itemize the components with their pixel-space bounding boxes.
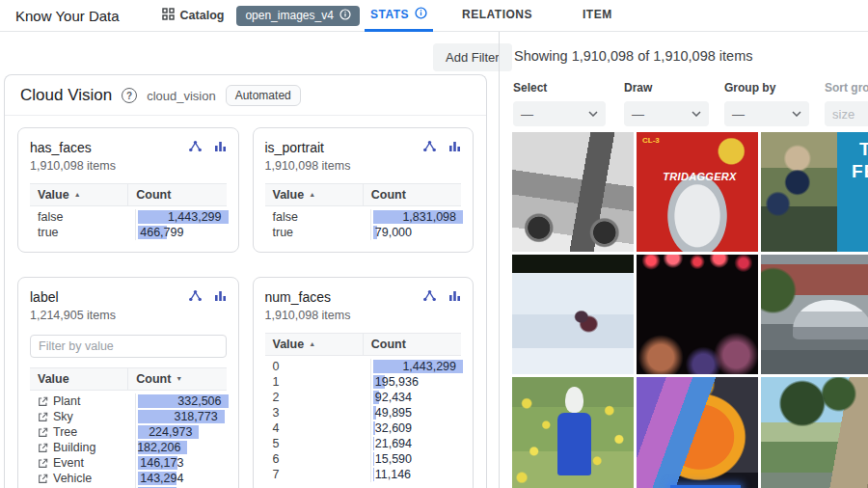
table-row[interactable]: true466,799 [30,225,227,240]
table-row[interactable]: 521,694 [265,436,462,451]
table-row[interactable]: false1,443,299 [30,209,227,225]
stat-card: has_faces 1,910,098 items [17,127,239,253]
image-overlay-text: TO [859,139,868,160]
table-row[interactable]: Vehicle143,294 [30,471,227,486]
control-group-by: Group by— [724,81,809,126]
count-label: 182,206 [137,441,180,454]
table-row[interactable]: 615,590 [265,451,462,467]
count-column-header[interactable]: Count ▼ [127,368,226,390]
sort-asc-icon: ▲ [309,338,315,351]
stat-card: is_portrait 1,910,098 items [253,127,475,253]
control-draw: Draw— [624,81,709,126]
info-icon[interactable] [415,7,427,22]
add-filter-button[interactable]: Add Filter [433,43,512,71]
control-dropdown[interactable]: — [724,101,809,126]
catalog-button[interactable]: Catalog [162,8,225,23]
gallery-image-concert-stage[interactable] [637,255,758,374]
gallery-image-snow-tubing[interactable] [512,255,634,374]
card-title: num_faces [265,289,351,305]
scatter-plot-icon[interactable] [188,140,203,152]
control-select: Select— [513,81,606,126]
count-column-header[interactable]: Count [363,184,461,205]
count-label: 195,936 [375,375,419,389]
table-row[interactable]: Sky318,773 [30,409,227,424]
table-body: 01,443,2991195,936292,434349,895432,6095… [265,356,462,482]
gallery-image-vintage-truck[interactable] [512,132,634,252]
value-column-header[interactable]: Value [30,368,127,390]
table-row[interactable]: Event146,173 [30,455,227,471]
image-overlay-text: FEV [852,161,868,182]
scatter-plot-icon[interactable] [422,289,437,302]
bar-chart-icon[interactable] [214,140,227,152]
control-label: Draw [624,81,709,95]
table-row[interactable]: 01,443,299 [265,359,462,374]
table-row[interactable]: 1195,936 [265,374,462,390]
control-dropdown[interactable]: — [513,101,606,126]
bar-chart-icon[interactable] [448,289,461,302]
scatter-plot-icon[interactable] [188,289,203,302]
row-count: 79,000 [370,225,461,240]
dataset-chip[interactable]: open_images_v4 [236,6,359,26]
count-header-label: Count [371,338,406,351]
row-count: 224,973 [135,424,226,440]
control-sort-groups-by: Sort groups bysize [825,81,868,126]
gallery-image-toy-car-package[interactable]: CL-3TRIDAGGERX [637,132,758,252]
scatter-plot-icon[interactable] [422,140,437,152]
value-column-header[interactable]: Value ▲ [30,184,127,205]
image-gallery: CL-3TRIDAGGERXTOFEV [512,132,868,488]
row-value: Tree [30,425,135,439]
row-value: 2 [265,391,370,404]
table-row[interactable]: 711,146 [265,467,462,482]
gallery-image-hi-vis-worker[interactable] [637,377,758,488]
row-value: 5 [265,437,370,450]
table-row[interactable]: Tree224,973 [30,424,227,440]
table-row[interactable]: Plant332,506 [30,393,227,409]
row-count: 466,799 [135,225,226,240]
count-column-header[interactable]: Count [363,334,461,355]
tab-item[interactable]: ITEM [577,0,618,32]
card-title: has_faces [30,140,116,155]
count-label: 49,895 [375,406,412,420]
table-row[interactable]: Building182,206 [30,440,227,455]
dropdown-value: — [732,107,745,122]
gallery-image-garden-courtyard[interactable] [761,377,868,488]
table-row[interactable]: 432,609 [265,420,462,436]
row-count: 182,206 [135,440,226,455]
value-column-header[interactable]: Value ▲ [265,334,363,355]
gallery-image-silver-car[interactable] [761,255,868,374]
control-label: Group by [724,81,809,95]
help-icon[interactable]: ? [122,88,137,103]
table-row[interactable]: 292,434 [265,390,462,405]
tab-stats[interactable]: STATS [365,0,433,32]
card-item-count: 1,910,098 items [265,309,351,323]
table-row[interactable]: true79,000 [265,225,462,240]
row-value: 1 [265,375,370,389]
table-row[interactable]: 349,895 [265,405,462,420]
row-count: 1,831,098 [370,209,461,225]
gallery-image-hi-vis-worker-shape [670,485,741,488]
open-in-new-icon [38,427,48,438]
count-column-header[interactable]: Count [127,184,226,205]
gallery-image-flower-field[interactable] [512,377,634,488]
row-count: 1,443,299 [370,359,461,374]
count-label: 1,831,098 [402,210,456,224]
bar-chart-icon[interactable] [214,289,227,302]
row-count: 15,590 [370,451,461,467]
row-value: 3 [265,406,370,420]
control-dropdown[interactable]: — [624,101,709,126]
count-label: 466,799 [140,226,183,239]
gallery-image-cyclists-poster[interactable]: TOFEV [761,132,868,252]
info-icon[interactable] [339,9,351,23]
row-value: false [30,210,135,224]
feature-group-id: cloud_vision [147,89,216,103]
table-row[interactable]: false1,831,098 [265,209,462,225]
row-value: Plant [30,394,135,408]
row-count: 143,294 [135,471,226,486]
value-column-header[interactable]: Value ▲ [265,184,363,205]
filter-by-value-input[interactable] [30,335,227,358]
bar-chart-icon[interactable] [448,140,461,152]
tab-bar: STATS RELATIONS ITEM [365,0,618,32]
tab-relations[interactable]: RELATIONS [456,0,538,32]
stats-panel: Cloud Vision ? cloud_vision Automated ha… [4,74,487,488]
stat-card: label 1,214,905 items [17,277,239,488]
